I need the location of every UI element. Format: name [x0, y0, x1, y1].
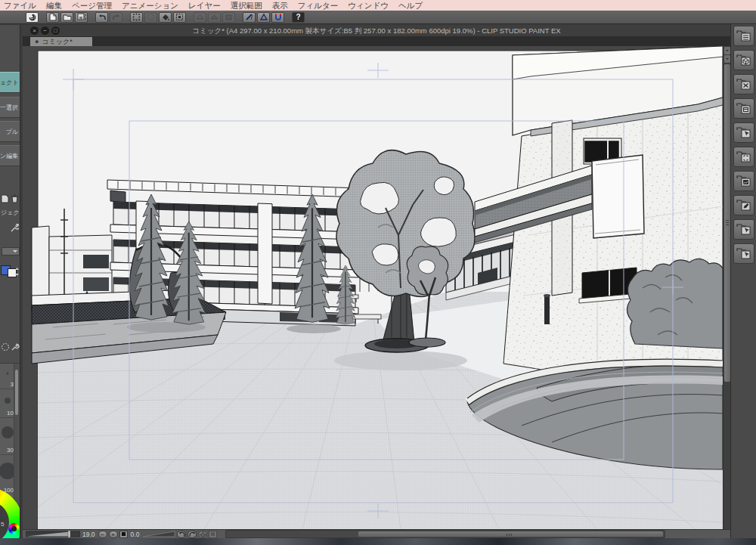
zoom-value: 19.0 [82, 531, 95, 538]
menu-file[interactable]: ファイル [4, 0, 36, 11]
property-dropdown[interactable] [2, 247, 20, 255]
zoom-out-button[interactable]: − [98, 531, 107, 538]
snap-special-ruler-icon [259, 13, 268, 21]
menu-animation[interactable]: アニメーション [122, 0, 178, 11]
rotate-right-button[interactable] [187, 531, 197, 538]
dock-material-close-palette-button[interactable] [733, 74, 754, 94]
question-icon: ? [296, 13, 300, 21]
reselect-icon [147, 13, 155, 21]
selection-frame-icon [175, 13, 184, 21]
undo-button[interactable] [95, 12, 108, 23]
rotate-right-icon [189, 531, 196, 537]
wrench-icon[interactable] [9, 224, 19, 234]
menu-filter[interactable]: フィルター [298, 0, 338, 11]
menu-page-manage[interactable]: ページ管理 [72, 0, 112, 11]
dock-navigator-palette-button[interactable] [733, 147, 754, 167]
menu-window[interactable]: ウィンドウ [348, 0, 389, 11]
clip-studio-logo-button[interactable] [26, 12, 39, 23]
menu-selection[interactable]: 選択範囲 [231, 0, 262, 11]
dock-quick-access-palette-button[interactable] [733, 26, 754, 46]
status-bar: 19.0 − + 0.0 [23, 529, 730, 538]
folder-3d-cube-icon [736, 54, 751, 67]
vertical-scrollbar[interactable] [723, 46, 730, 529]
subtool-tab-sample[interactable]: プル [0, 121, 20, 142]
border-effect-button-1[interactable] [194, 12, 206, 23]
reset-view-button[interactable] [198, 531, 207, 538]
color-wheel-mini-icon[interactable] [8, 523, 20, 534]
dock-material-box-palette-button[interactable] [733, 98, 754, 119]
open-file-button[interactable] [60, 12, 73, 23]
clear-selection-button[interactable] [159, 12, 172, 23]
dotted-selection-icon [132, 13, 141, 21]
zoom-in-button[interactable]: + [109, 531, 118, 538]
border-effect-button-3[interactable] [222, 12, 235, 23]
brush-size-item[interactable]: 30 [0, 418, 14, 455]
border-effect-button-2[interactable] [208, 12, 221, 23]
rotate-left-icon [178, 531, 185, 537]
subtool-tab-object[interactable]: ェクト [0, 72, 20, 93]
folder-icon [63, 14, 72, 21]
new-file-button[interactable] [46, 12, 59, 23]
horizontal-scrollbar-thumb[interactable] [358, 531, 663, 537]
menu-layer[interactable]: レイヤー [188, 0, 221, 11]
trash-icon[interactable] [11, 194, 19, 203]
folder-cursor-icon [736, 223, 751, 236]
add-page-icon[interactable] [1, 194, 9, 203]
zoom-slider[interactable] [26, 531, 80, 537]
brush-dot [5, 398, 11, 404]
fit-to-screen-button[interactable] [119, 531, 128, 538]
canvas-viewport [23, 46, 730, 529]
document-window: × − □ コミック* (A4 297.00 x 210.00mm 製本サイズ:… [23, 25, 730, 538]
stepper-arrows[interactable] [14, 267, 20, 277]
canvas-artwork[interactable] [23, 46, 723, 529]
invert-selection-button[interactable] [173, 12, 186, 23]
menu-edit[interactable]: 編集 [46, 0, 62, 11]
rotate-left-button[interactable] [177, 531, 186, 538]
snap-ruler-icon [245, 13, 254, 21]
dock-layer-property-palette-button[interactable] [733, 171, 754, 191]
help-button[interactable]: ? [292, 12, 305, 23]
snap-to-grid-button[interactable] [271, 12, 284, 23]
brush-size-label: 30 [7, 447, 14, 454]
layer-icon [196, 14, 204, 21]
tool-property-title: ジェクト [1, 209, 20, 217]
subtool-tab-line-edit[interactable]: ン編集 [0, 145, 20, 166]
folder-cursor-icon [736, 247, 751, 260]
reselect-button[interactable] [144, 12, 157, 23]
window-title-bar: × − □ コミック* (A4 297.00 x 210.00mm 製本サイズ:… [23, 25, 730, 37]
layer-icon [210, 14, 218, 21]
dock-history-palette-button[interactable] [733, 219, 754, 240]
dock-tool-palette-button[interactable] [733, 122, 754, 143]
subtool-tab-layer-select[interactable]: 一選択 [0, 97, 20, 118]
fit-icon [122, 532, 125, 536]
brush-size-item[interactable]: 3 [0, 364, 14, 389]
dock-layer-palette-button[interactable] [733, 195, 754, 215]
snap-to-ruler-button[interactable] [243, 12, 256, 23]
save-button[interactable] [75, 12, 88, 23]
scroll-up-button[interactable] [724, 47, 730, 54]
dock-material-3d-palette-button[interactable] [733, 50, 754, 70]
dock-info-palette-button[interactable] [733, 243, 754, 264]
deselect-button[interactable] [130, 12, 143, 23]
rotate-slider[interactable] [141, 531, 176, 537]
menu-help[interactable]: ヘルプ [398, 0, 423, 11]
redo-button[interactable] [110, 12, 122, 23]
window-title: コミック* (A4 297.00 x 210.00mm 製本サイズ:B5 判 2… [23, 25, 730, 36]
snap-to-special-ruler-button[interactable] [257, 12, 270, 23]
right-palette-dock [730, 24, 756, 538]
document-tab[interactable]: ●コミック* [30, 37, 92, 46]
folder-pen-icon [736, 199, 751, 212]
menu-view[interactable]: 表示 [272, 0, 288, 11]
desktop-wallpaper-strip [0, 538, 756, 545]
flip-view-button[interactable] [209, 531, 217, 538]
vertical-scrollbar-thumb[interactable] [724, 64, 730, 382]
reset-icon [200, 531, 206, 538]
horizontal-scrollbar[interactable] [225, 530, 665, 538]
wrench-icon[interactable] [11, 342, 20, 351]
dashed-circle-icon[interactable] [1, 342, 10, 351]
brush-size-item[interactable]: 100 [0, 455, 14, 494]
brush-panel-scrollbar[interactable] [14, 364, 20, 498]
left-palette-dock: ェクト 一選択 プル ン編集 ジェクト 3 10 30 100 5 [0, 25, 20, 538]
scroll-up-button-2[interactable] [724, 55, 730, 63]
brush-size-item[interactable]: 10 [0, 389, 14, 418]
